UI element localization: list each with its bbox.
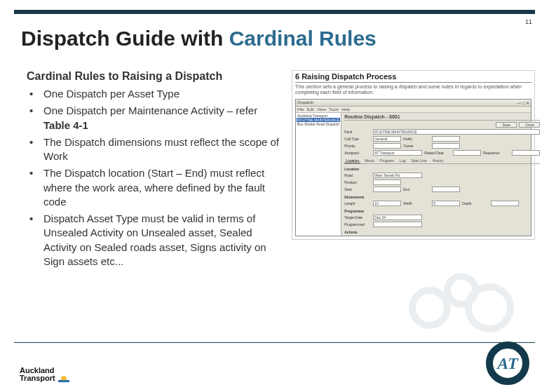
bullet-text: The Dispatch dimensions must reflect the… — [43, 136, 279, 162]
embedded-document: 6 Raising Dispatch Process This section … — [292, 70, 535, 240]
tab-history[interactable]: History — [431, 158, 445, 163]
bottom-rule — [14, 342, 535, 343]
field-road[interactable]: West Tamaki Rd — [373, 173, 422, 178]
logo-at-text: AT — [497, 354, 517, 373]
app-tree[interactable]: Auckland Transport ROUTINE MAINTENANCE B… — [296, 113, 341, 236]
bullet-text: Dispatch Asset Type must be valid in ter… — [43, 212, 266, 267]
label-start: Start — [344, 187, 371, 191]
field-end[interactable] — [432, 187, 460, 192]
field-raised-date[interactable] — [453, 150, 481, 156]
bullet-text: One Dispatch per Maintenance Activity – … — [43, 104, 257, 116]
logo-at-roundel: AT — [486, 342, 529, 385]
left-column: Cardinal Rules to Raising a Dispatch One… — [27, 70, 279, 271]
field-position[interactable] — [373, 180, 401, 185]
field-length[interactable]: 10 — [373, 201, 401, 206]
form-title: Routine Dispatch - 0001 — [344, 114, 540, 121]
section-programme: Programme — [344, 209, 540, 213]
section-dimensions: Dimensions — [344, 195, 540, 199]
tab-memo[interactable]: Memo — [363, 158, 376, 163]
field-fault[interactable]: ROUTINE MAINTENANCE — [373, 129, 540, 135]
label-road: Road — [344, 173, 371, 177]
list-item: One Dispatch per Maintenance Activity – … — [27, 104, 279, 133]
label-call-type: Call Type — [344, 137, 371, 141]
field-requestor[interactable] — [512, 150, 540, 156]
tree-row-selected[interactable]: ROUTINE MAINTENANCE — [297, 118, 340, 122]
field-notify[interactable] — [432, 136, 460, 142]
title-accent: Cardinal Rules — [229, 27, 377, 50]
bullet-text: The Dispatch location (Start – End) must… — [43, 167, 265, 208]
label-depth: Depth — [462, 201, 489, 205]
doc-intro: This section sets a general process to r… — [295, 84, 531, 96]
menu-view[interactable]: View — [317, 107, 326, 111]
logo-text-line2: Transport — [20, 374, 55, 382]
section-location: Location — [344, 167, 540, 171]
bullet-text: One Dispatch per Asset Type — [43, 88, 179, 100]
field-assigned[interactable]: AT Transport — [373, 150, 422, 156]
list-item: Dispatch Asset Type must be valid in ter… — [27, 212, 279, 269]
field-start[interactable] — [373, 187, 401, 192]
form-tabs: Location Memo Progress Log Spec Line His… — [344, 158, 540, 164]
label-raised-date: Raised Date — [424, 151, 451, 155]
rules-subheading: Cardinal Rules to Raising a Dispatch — [27, 70, 279, 83]
field-programmed[interactable] — [373, 222, 422, 227]
menu-tools[interactable]: Tools — [329, 107, 339, 111]
label-notify: Notify — [403, 137, 430, 141]
tab-log[interactable]: Log — [398, 158, 407, 163]
label-programmed: Programmed — [344, 222, 371, 227]
form-actions: Save Close — [344, 122, 540, 128]
right-column: 6 Raising Dispatch Process This section … — [292, 70, 535, 271]
label-owner: Owner — [403, 144, 430, 148]
tab-progress[interactable]: Progress — [379, 158, 395, 163]
label-length: Length — [344, 201, 371, 205]
list-item: The Dispatch location (Start – End) must… — [27, 166, 279, 209]
field-depth[interactable] — [491, 201, 519, 206]
field-priority[interactable] — [373, 143, 401, 149]
app-form: Routine Dispatch - 0001 Save Close Fault… — [341, 113, 543, 236]
list-item: The Dispatch dimensions must reflect the… — [27, 135, 279, 164]
tree-row[interactable]: Bus Shelter Road Dispatch — [297, 122, 340, 126]
app-body: Auckland Transport ROUTINE MAINTENANCE B… — [296, 113, 531, 236]
label-target-date: Target Date — [344, 215, 371, 219]
save-button[interactable]: Save — [496, 122, 517, 128]
menu-file[interactable]: File — [297, 107, 304, 111]
field-owner[interactable] — [432, 143, 460, 149]
tab-location[interactable]: Location — [344, 158, 360, 163]
label-requestor: Requestor — [483, 151, 510, 155]
field-call-type[interactable]: General — [373, 136, 401, 142]
field-width[interactable]: 5 — [432, 201, 460, 206]
bullet-bold: Table 4-1 — [43, 119, 88, 131]
label-end: End — [403, 187, 430, 191]
app-window: Dispatch — □ ✕ File Edit View Tools Help… — [295, 99, 531, 236]
logo-auckland-transport: Auckland Transport — [20, 367, 69, 382]
list-item: One Dispatch per Asset Type — [27, 87, 279, 101]
slide-title: Dispatch Guide with Cardinal Rules — [21, 27, 549, 50]
field-target-date[interactable]: Dec 24 — [373, 215, 422, 220]
label-priority: Priority — [344, 144, 371, 148]
top-rule — [14, 10, 535, 14]
label-fault: Fault — [344, 130, 371, 134]
tab-spec-line[interactable]: Spec Line — [409, 158, 428, 163]
page-number: 11 — [525, 18, 532, 25]
label-width: Width — [403, 201, 430, 205]
section-actions: Actions — [344, 230, 540, 234]
app-titlebar: Dispatch — □ ✕ — [296, 100, 531, 107]
logo-sun-icon — [58, 374, 69, 382]
label-position: Position — [344, 180, 371, 184]
content-area: Cardinal Rules to Raising a Dispatch One… — [27, 70, 535, 271]
menu-help[interactable]: Help — [341, 107, 350, 111]
watermark — [409, 273, 521, 336]
app-toolbar: File Edit View Tools Help — [296, 107, 531, 113]
window-controls: — □ ✕ — [517, 100, 529, 105]
doc-heading: 6 Raising Dispatch Process — [295, 72, 531, 83]
rules-list: One Dispatch per Asset Type One Dispatch… — [27, 87, 279, 269]
title-plain: Dispatch Guide with — [21, 27, 229, 50]
close-button[interactable]: Close — [519, 122, 540, 128]
app-title: Dispatch — [297, 100, 313, 105]
menu-edit[interactable]: Edit — [307, 107, 314, 111]
label-assigned: Assigned — [344, 151, 371, 155]
